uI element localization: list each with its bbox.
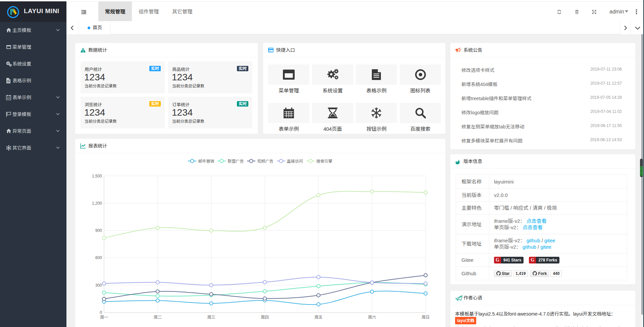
svg-text:1,500: 1,500 [92, 174, 102, 178]
svg-text:周二: 周二 [154, 315, 162, 320]
svg-text:1,200: 1,200 [92, 201, 102, 206]
svg-text:周日: 周日 [422, 315, 430, 320]
svg-text:300: 300 [95, 283, 102, 288]
svg-text:600: 600 [95, 255, 102, 260]
svg-text:周三: 周三 [207, 315, 215, 320]
svg-text:周一: 周一 [100, 315, 108, 320]
svg-text:900: 900 [95, 228, 102, 233]
svg-text:周四: 周四 [261, 315, 269, 320]
svg-text:0: 0 [100, 310, 102, 315]
svg-text:周五: 周五 [314, 315, 323, 320]
svg-text:周六: 周六 [368, 315, 376, 320]
